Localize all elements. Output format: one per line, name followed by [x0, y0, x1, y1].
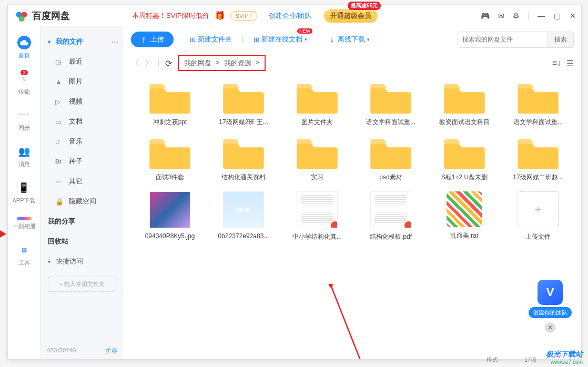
file-item[interactable]: ❄❄0b22372e92a83...: [207, 191, 280, 241]
sort-button[interactable]: ≡↓: [552, 58, 561, 68]
offline-download-button[interactable]: ⭳离线下载▾: [323, 33, 375, 46]
sidebar-item-label: 图片: [69, 77, 83, 86]
sidebar-torrent[interactable]: Bt种子: [40, 151, 124, 171]
file-label: 面试3件套: [156, 173, 185, 182]
upload-placeholder[interactable]: +: [518, 191, 559, 228]
svg-point-2: [18, 16, 24, 22]
file-grid: 冲刺之夜ppt17级网媒2班 王...图片文件夹语文学科面试重...教资面试语文…: [133, 81, 572, 241]
rail-home[interactable]: 首页: [17, 36, 31, 59]
settings-icon[interactable]: ⚙: [513, 12, 520, 20]
rail-messages[interactable]: 👥 消息: [17, 145, 31, 168]
sidebar-quick-access[interactable]: ▾ 快捷访问: [40, 251, 124, 271]
upload-file-button[interactable]: +上传文件: [501, 191, 575, 241]
file-item[interactable]: 中小学结构化真...: [280, 191, 354, 241]
file-label: 语文学科面试重...: [366, 118, 415, 127]
folder-item[interactable]: 17级网媒二班赵...: [501, 136, 575, 182]
file-item[interactable]: 乱而美.rar: [428, 191, 501, 241]
folder-item[interactable]: 面试3件套: [133, 136, 207, 182]
window-controls: — ▢ ✕: [537, 12, 577, 20]
rail-tools[interactable]: ▦ 工具: [17, 243, 31, 267]
clock-icon: ◷: [55, 58, 64, 66]
sidebar-my-files[interactable]: ▾ 我的文件 ⋯: [40, 32, 124, 52]
rail-label: 工具: [18, 259, 30, 267]
sidebar-trash[interactable]: 回收站: [40, 231, 124, 251]
rail-album[interactable]: 一刻相册: [13, 217, 36, 230]
sidebar-recent[interactable]: ◷最近: [40, 52, 124, 72]
folder-item[interactable]: 冲刺之夜ppt: [133, 81, 207, 127]
folder-item[interactable]: psd素材: [354, 136, 428, 182]
rail-app-download[interactable]: 📱 APP下载: [12, 181, 35, 205]
image-icon: ▲: [55, 78, 64, 86]
rail-transfer[interactable]: ⇅ 3 传输: [17, 72, 31, 96]
rar-icon: [447, 191, 482, 227]
maximize-button[interactable]: ▢: [553, 12, 561, 20]
rail-sync[interactable]: 〰 同步: [17, 108, 31, 132]
storage-usage: 42G/3074G: [47, 347, 77, 355]
sidebar-item-label: 文档: [69, 117, 83, 126]
create-team-link[interactable]: 创建企业/团队: [269, 11, 312, 21]
watermark-line1: 极光下载站: [546, 350, 583, 359]
breadcrumb-item[interactable]: 我的资源: [224, 58, 251, 68]
new-online-doc-button[interactable]: ⊞ 新建在线文档 ▾ NEW: [248, 33, 312, 46]
create-team-pill[interactable]: 创建你的团队: [529, 307, 572, 318]
discount-badge: 最高减65元: [348, 2, 381, 10]
file-item[interactable]: 结构化模板.pdf: [354, 191, 428, 241]
team-close-button[interactable]: ✕: [545, 322, 555, 333]
app-logo[interactable]: 百度网盘: [14, 8, 70, 23]
folder-item[interactable]: 图片文件夹: [280, 81, 354, 127]
promo-text[interactable]: 本周特惠！SVIP限时低价: [132, 11, 209, 21]
sidebar-docs[interactable]: ▭文档: [40, 111, 124, 131]
sidebar-videos[interactable]: ▷视频: [40, 91, 124, 111]
app-window: 百度网盘 本周特惠！SVIP限时低价 🎁 SVIP ! 创建企业/团队 开通超级…: [7, 5, 582, 360]
file-label: psd素材: [379, 173, 402, 182]
sidebar-my-share[interactable]: 我的分享: [40, 211, 124, 231]
folder-item[interactable]: 实习: [280, 136, 354, 182]
mail-icon[interactable]: ✉: [498, 12, 504, 20]
folder-item[interactable]: 语文学科面试重...: [354, 81, 428, 127]
cloud-icon: [17, 36, 31, 49]
search-input[interactable]: [458, 33, 548, 46]
open-svip-button[interactable]: 开通超级会员 最高减65元: [324, 9, 378, 23]
close-button[interactable]: ✕: [569, 12, 577, 20]
folder-item[interactable]: S程1+2 U盘未删: [428, 136, 501, 182]
file-label: 冲刺之夜ppt: [153, 118, 187, 127]
file-label: 17级网媒二班赵...: [513, 173, 563, 182]
back-button[interactable]: 〈: [131, 58, 139, 69]
forward-button[interactable]: 〉: [145, 58, 153, 69]
headphone-icon: ♫: [55, 138, 64, 146]
more-icon[interactable]: ⋯: [111, 38, 118, 46]
folder-item[interactable]: 教资面试语文科目: [428, 81, 501, 127]
file-item[interactable]: 094340P8Ky5.jpg: [133, 191, 207, 241]
file-grid-area: 冲刺之夜ppt17级网媒2班 王...图片文件夹语文学科面试重...教资面试语文…: [124, 74, 581, 359]
chevron-down-icon: ▾: [48, 259, 50, 264]
rail-label: 首页: [18, 52, 30, 59]
new-folder-label: 新建文件夹: [198, 35, 232, 44]
folder-item[interactable]: 语文学科面试重...: [501, 81, 575, 127]
team-badge-icon[interactable]: V: [538, 280, 563, 305]
folder-item[interactable]: 17级网媒2班 王...: [207, 81, 280, 127]
search-button[interactable]: 搜索: [548, 32, 573, 47]
expand-storage-link[interactable]: 扩容: [106, 347, 117, 355]
refresh-button[interactable]: ⟳: [164, 58, 173, 68]
upload-icon: ⭱: [140, 36, 147, 44]
annotation-arrow: [329, 284, 371, 359]
sidebar-music[interactable]: ♫音乐: [40, 131, 124, 151]
upload-button[interactable]: ⭱ 上传: [131, 32, 174, 47]
sidebar-hidden[interactable]: 🔒隐藏空间: [40, 191, 124, 211]
breadcrumb-item[interactable]: 我的网盘: [184, 58, 211, 68]
file-label: 结构化通关资料: [221, 173, 266, 182]
folder-item[interactable]: 结构化通关资料: [207, 136, 280, 182]
other-icon: ⋯: [55, 178, 64, 186]
new-folder-button[interactable]: ⊞新建文件夹: [185, 33, 237, 46]
cloud-logo-icon: [14, 8, 29, 23]
sidebar-other[interactable]: ⋯其它: [40, 171, 124, 191]
message-icon: 👥: [17, 145, 31, 158]
sidebar-images[interactable]: ▲图片: [40, 72, 124, 91]
drag-hint[interactable]: + 拖入常用文件夹: [48, 277, 116, 292]
game-icon[interactable]: 🎮: [481, 12, 490, 20]
list-view-button[interactable]: ☰: [566, 58, 574, 68]
gift-icon[interactable]: 🎁: [215, 11, 225, 21]
file-label: 结构化模板.pdf: [370, 232, 412, 241]
rail-label: 同步: [18, 124, 30, 132]
minimize-button[interactable]: —: [537, 12, 545, 20]
